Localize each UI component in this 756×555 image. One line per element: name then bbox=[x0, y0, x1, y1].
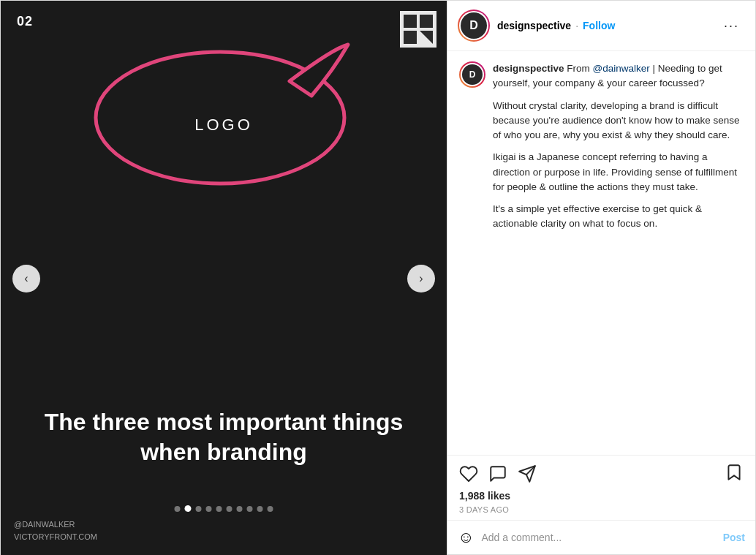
username-follow-row: designspective · Follow bbox=[497, 20, 718, 31]
dot-8[interactable] bbox=[257, 506, 263, 512]
caption-from: From bbox=[567, 63, 592, 74]
share-button[interactable] bbox=[518, 464, 537, 483]
time-ago: 3 DAYS AGO bbox=[447, 504, 755, 520]
header-info: designspective · Follow bbox=[497, 20, 718, 31]
caption-area: D designspective From @dainwalker | Need… bbox=[447, 51, 755, 456]
emoji-icon[interactable]: ☺ bbox=[458, 528, 474, 547]
caption-mention[interactable]: @dainwalker bbox=[593, 63, 650, 74]
dot-1[interactable] bbox=[185, 505, 192, 512]
header-username[interactable]: designspective bbox=[497, 20, 571, 31]
dot-2[interactable] bbox=[196, 506, 202, 512]
likes-row: 1,988 likes bbox=[447, 488, 755, 504]
svg-rect-2 bbox=[420, 15, 433, 28]
dot-separator: · bbox=[575, 20, 578, 31]
prev-arrow[interactable]: ‹ bbox=[12, 265, 40, 292]
likes-count: 1,988 likes bbox=[459, 490, 510, 502]
svg-rect-1 bbox=[404, 15, 417, 28]
like-button[interactable] bbox=[459, 464, 478, 483]
dot-4[interactable] bbox=[216, 506, 222, 512]
caption-header: D designspective From @dainwalker | Need… bbox=[459, 61, 744, 232]
caption-avatar: D bbox=[462, 64, 483, 85]
comment-input[interactable] bbox=[481, 532, 722, 543]
bottom-credits: @DAINWALKER VICTORYFRONT.COM bbox=[14, 518, 97, 543]
comment-input-row: ☺ Post bbox=[447, 520, 755, 554]
actions-row bbox=[447, 456, 755, 488]
logo-text: LOGO bbox=[194, 116, 253, 135]
dot-9[interactable] bbox=[268, 506, 273, 512]
caption-username[interactable]: designspective bbox=[493, 63, 564, 74]
right-panel: D designspective · Follow ··· D designsp… bbox=[447, 1, 755, 554]
dot-3[interactable] bbox=[206, 506, 212, 512]
avatar-ring: D bbox=[458, 10, 490, 42]
dot-6[interactable] bbox=[237, 506, 243, 512]
caption-para-2: Ikigai is a Japanese concept referring t… bbox=[493, 150, 744, 195]
credit-line1: @DAINWALKER bbox=[14, 518, 97, 531]
follow-button[interactable]: Follow bbox=[583, 20, 615, 31]
dot-7[interactable] bbox=[247, 506, 253, 512]
caption-avatar-ring: D bbox=[459, 61, 485, 88]
caption-intro: designspective From @dainwalker | Needin… bbox=[493, 61, 744, 91]
next-arrow[interactable]: › bbox=[407, 265, 435, 292]
post-comment-button[interactable]: Post bbox=[723, 532, 745, 543]
credit-line2: VICTORYFRONT.COM bbox=[14, 531, 97, 543]
logo-badge bbox=[400, 11, 436, 48]
more-options-button[interactable]: ··· bbox=[718, 15, 745, 37]
svg-rect-3 bbox=[404, 31, 417, 44]
caption-text: designspective From @dainwalker | Needin… bbox=[493, 61, 744, 232]
comment-button[interactable] bbox=[488, 464, 507, 483]
avatar: D bbox=[461, 12, 487, 39]
slide-dots bbox=[175, 505, 273, 512]
slide-number: 02 bbox=[17, 14, 33, 29]
speech-bubble: LOGO bbox=[85, 41, 363, 209]
main-text: The three most important things when bra… bbox=[1, 407, 447, 468]
dot-0[interactable] bbox=[175, 506, 181, 512]
save-button[interactable] bbox=[725, 463, 744, 485]
post-container: 02 LOGO The three most important t bbox=[0, 0, 756, 555]
post-header: D designspective · Follow ··· bbox=[447, 1, 755, 51]
caption-para-1: Without crystal clarity, developing a br… bbox=[493, 99, 744, 143]
caption-para-3: It's a simple yet effective exercise to … bbox=[493, 202, 744, 232]
dot-5[interactable] bbox=[227, 506, 233, 512]
left-panel: 02 LOGO The three most important t bbox=[1, 1, 447, 555]
